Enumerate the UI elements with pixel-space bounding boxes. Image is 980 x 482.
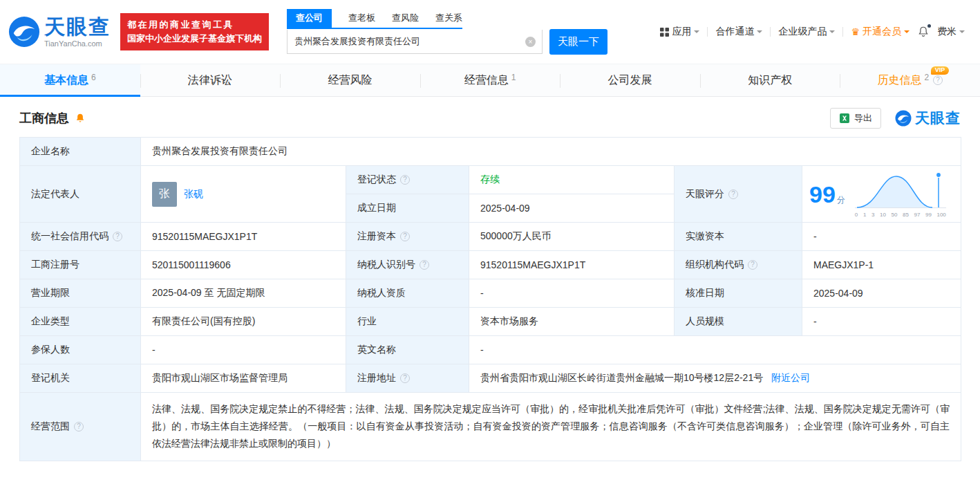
- industry-value: 资本市场服务: [469, 308, 675, 336]
- top-header: 天眼查 TianYanCha.com 都在用的商业查询工具 国家中小企业发展子基…: [0, 0, 980, 64]
- company-type-label: 企业类型: [20, 308, 141, 336]
- search-button[interactable]: 天眼一下: [549, 29, 607, 55]
- help-icon[interactable]: [400, 232, 410, 241]
- score-label: 天眼评分: [675, 166, 802, 223]
- notification-bell[interactable]: [917, 26, 930, 38]
- help-icon[interactable]: [400, 373, 410, 383]
- help-icon[interactable]: [933, 75, 943, 85]
- avatar[interactable]: 张: [152, 182, 177, 207]
- row-company-name: 企业名称 贵州聚合发展投资有限责任公司: [20, 138, 961, 166]
- credit-code-label: 统一社会信用代码: [20, 223, 141, 251]
- tab-history-info[interactable]: VIP 历史信息 2: [840, 64, 980, 96]
- nav-enterprise[interactable]: 企业级产品: [778, 26, 835, 38]
- industry-label: 行业: [346, 308, 469, 336]
- help-icon[interactable]: [728, 189, 738, 199]
- scope-value: 法律、法规、国务院决定规定禁止的不得经营；法律、法规、国务院决定规定应当许可（审…: [141, 393, 961, 461]
- nav-user-label: 费米: [937, 26, 957, 38]
- row-company-type: 企业类型 有限责任公司(国有控股) 行业 资本市场服务 人员规模 -: [20, 308, 961, 336]
- term-label: 营业期限: [20, 279, 141, 308]
- row-credit-code: 统一社会信用代码 91520115MAEGJX1P1T 注册资本 500000万…: [20, 223, 961, 251]
- reg-status-value: 存续: [469, 166, 675, 194]
- row-reg-org: 登记机关 贵阳市观山湖区市场监督管理局 注册地址 贵州省贵阳市观山湖区长岭街道贵…: [20, 364, 961, 393]
- tab-operation-info[interactable]: 经营信息 1: [420, 64, 560, 96]
- search-area: 查公司 查老板 查风险 查关系 天眼一下: [287, 9, 607, 55]
- tab-count: 6: [91, 73, 96, 82]
- row-reg-no: 工商注册号 520115001119606 纳税人识别号 91520115MAE…: [20, 251, 961, 279]
- tab-operation-risk[interactable]: 经营风险: [280, 64, 420, 96]
- help-icon[interactable]: [748, 260, 757, 270]
- tab-intellectual-property[interactable]: 知识产权: [700, 64, 840, 96]
- nearby-companies-link[interactable]: 附近公司: [771, 372, 810, 383]
- score-chart: 01 310 5085 9799 100: [855, 170, 946, 218]
- caret-down-icon: [959, 30, 965, 36]
- legal-rep-link[interactable]: 张砚: [184, 188, 203, 201]
- company-name-label: 企业名称: [20, 138, 141, 166]
- caret-down-icon: [757, 30, 762, 36]
- scope-label: 经营范围: [20, 393, 141, 461]
- tianyancha-logo-icon: [8, 16, 40, 48]
- row-term: 营业期限 2025-04-09 至 无固定期限 纳税人资质 - 核准日期 202…: [20, 279, 961, 308]
- reg-capital-value: 500000万人民币: [469, 223, 675, 251]
- staff-value: -: [802, 308, 961, 336]
- crown-icon: ♛: [851, 26, 860, 37]
- insured-label: 参保人数: [20, 336, 141, 364]
- paid-capital-label: 实缴资本: [675, 223, 802, 251]
- tab-company-development[interactable]: 公司发展: [560, 64, 700, 96]
- business-info-table: 企业名称 贵州聚合发展投资有限责任公司 法定代表人 张 张砚 登记状态 存续 天…: [19, 137, 961, 461]
- tab-basic-info[interactable]: 基本信息 6: [0, 64, 140, 96]
- row-insured: 参保人数 - 英文名称 -: [20, 336, 961, 364]
- export-label: 导出: [854, 112, 872, 124]
- tab-count: 1: [511, 73, 516, 82]
- caret-down-icon: [694, 30, 699, 36]
- reg-no-label: 工商注册号: [20, 251, 141, 279]
- business-info-section-head: 工商信息 导出 天眼查: [0, 97, 980, 137]
- company-tab-bar: 基本信息 6 法律诉讼 经营风险 经营信息 1 公司发展 知识产权 VIP 历史…: [0, 64, 980, 97]
- search-input[interactable]: [287, 30, 543, 54]
- tab-legal-litigation[interactable]: 法律诉讼: [140, 64, 281, 96]
- watermark-logo: 天眼查: [895, 109, 961, 128]
- tab-label: 公司发展: [608, 73, 652, 88]
- taxpayer-quality-label: 纳税人资质: [346, 279, 469, 308]
- help-icon[interactable]: [113, 232, 122, 241]
- help-icon[interactable]: [400, 175, 410, 185]
- taxpayer-no-label: 纳税人识别号: [346, 251, 469, 279]
- clear-icon[interactable]: [525, 37, 536, 47]
- search-tab-relation[interactable]: 查关系: [435, 9, 462, 28]
- tab-label: 历史信息: [877, 73, 921, 88]
- reg-status-label: 登记状态: [346, 166, 469, 194]
- subscribe-bell-icon[interactable]: [75, 113, 86, 124]
- search-tab-boss[interactable]: 查老板: [348, 9, 375, 28]
- nav-divider: [707, 27, 708, 37]
- legal-rep-value: 张 张砚: [141, 166, 346, 223]
- tianyancha-logo[interactable]: 天眼查 TianYanCha.com: [8, 16, 111, 48]
- export-button[interactable]: 导出: [830, 108, 881, 129]
- english-name-label: 英文名称: [346, 336, 469, 364]
- help-icon[interactable]: [74, 422, 84, 432]
- brand-name: 天眼查: [44, 17, 111, 37]
- excel-icon: [839, 113, 850, 124]
- caret-down-icon: [904, 30, 910, 36]
- search-tab-company[interactable]: 查公司: [287, 9, 332, 28]
- tab-label: 基本信息: [44, 73, 88, 88]
- search-row: 天眼一下: [287, 29, 607, 55]
- help-icon[interactable]: [420, 260, 429, 270]
- vip-badge: VIP: [931, 66, 950, 75]
- english-name-value: -: [469, 336, 961, 364]
- search-tab-risk[interactable]: 查风险: [392, 9, 419, 28]
- score-value: 99分: [809, 183, 845, 206]
- org-code-label: 组织机构代码: [675, 251, 802, 279]
- company-name-value: 贵州聚合发展投资有限责任公司: [141, 138, 961, 166]
- staff-label: 人员规模: [675, 308, 802, 336]
- nav-apps[interactable]: 应用: [660, 26, 699, 38]
- nav-open-vip[interactable]: ♛ 开通会员: [851, 26, 910, 38]
- nav-divider: [770, 27, 771, 37]
- slogan-badge: 都在用的商业查询工具 国家中小企业发展子基金旗下机构: [120, 13, 269, 50]
- taxpayer-quality-value: -: [469, 279, 675, 308]
- reg-org-value: 贵阳市观山湖区市场监督管理局: [141, 364, 346, 393]
- nav-user[interactable]: 费米: [937, 26, 965, 38]
- nav-open-vip-label: 开通会员: [863, 26, 901, 38]
- insured-value: -: [141, 336, 346, 364]
- slogan-line2: 国家中小企业发展子基金旗下机构: [127, 32, 262, 46]
- nav-partner[interactable]: 合作通道: [715, 26, 762, 38]
- taxpayer-no-value: 91520115MAEGJX1P1T: [469, 251, 675, 279]
